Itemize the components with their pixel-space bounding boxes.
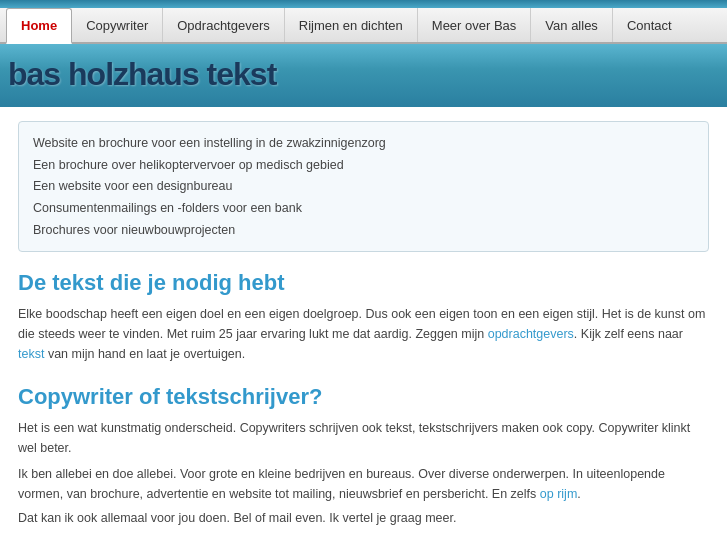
section1-end-text: van mijn hand en laat je overtuigen.	[44, 347, 245, 361]
nav-rijmen[interactable]: Rijmen en dichten	[285, 8, 418, 42]
site-title-bar: bas holzhaus tekst	[0, 44, 727, 107]
site-title: bas holzhaus tekst	[8, 56, 709, 93]
op-rijm-link[interactable]: op rijm	[540, 487, 578, 501]
nav-opdrachtgevers[interactable]: Opdrachtgevers	[163, 8, 285, 42]
nav-meer[interactable]: Meer over Bas	[418, 8, 532, 42]
section2-body: Het is een wat kunstmatig onderscheid. C…	[18, 418, 709, 528]
main-nav: Home Copywriter Opdrachtgevers Rijmen en…	[0, 8, 727, 44]
nav-contact[interactable]: Contact	[613, 8, 686, 42]
section1-mid-text: . Kijk zelf eens naar	[574, 327, 683, 341]
info-line-2: Een brochure over helikoptervervoer op m…	[33, 155, 694, 176]
section1-heading: De tekst die je nodig hebt	[18, 270, 709, 296]
nav-copywriter[interactable]: Copywriter	[72, 8, 163, 42]
section2-body2: Ik ben allebei en doe allebei. Voor grot…	[18, 464, 709, 504]
section2-heading: Copywriter of tekstschrijver?	[18, 384, 709, 410]
info-line-3: Een website voor een designbureau	[33, 176, 694, 197]
nav-home[interactable]: Home	[6, 8, 72, 44]
opdrachtgevers-link[interactable]: opdrachtgevers	[488, 327, 574, 341]
section2-body1: Het is een wat kunstmatig onderscheid. C…	[18, 418, 709, 458]
info-line-5: Brochures voor nieuwbouwprojecten	[33, 220, 694, 241]
info-line-1: Website en brochure voor een instelling …	[33, 133, 694, 154]
tekst-link[interactable]: tekst	[18, 347, 44, 361]
section1-body: Elke boodschap heeft een eigen doel en e…	[18, 304, 709, 364]
top-bar	[0, 0, 727, 8]
info-line-4: Consumentenmailings en -folders voor een…	[33, 198, 694, 219]
main-content: Website en brochure voor een instelling …	[0, 107, 727, 545]
info-box: Website en brochure voor een instelling …	[18, 121, 709, 252]
nav-van-alles[interactable]: Van alles	[531, 8, 613, 42]
section2-body3: .	[577, 487, 580, 501]
section2-body4: Dat kan ik ook allemaal voor jou doen. B…	[18, 508, 709, 528]
